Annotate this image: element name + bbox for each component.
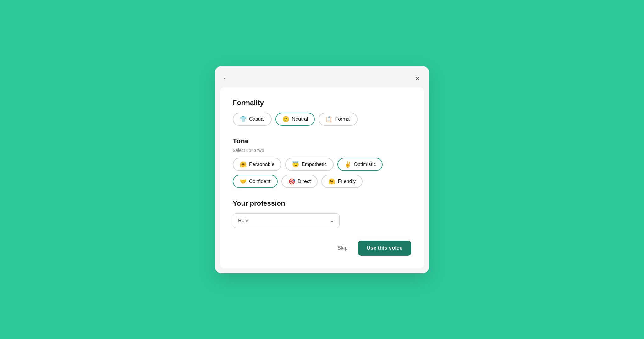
casual-label: Casual [249,116,265,122]
neutral-label: Neutral [292,116,308,122]
formality-casual[interactable]: 👕 Casual [233,113,272,126]
confident-label: Confident [249,179,271,184]
back-icon: ‹ [224,75,226,82]
formality-section: Formality 👕 Casual 🙂 Neutral 📋 Formal [233,99,411,126]
friendly-label: Friendly [338,179,356,184]
tone-optimistic[interactable]: ✌️ Optimistic [337,158,383,171]
formality-formal[interactable]: 📋 Formal [319,113,358,126]
tone-friendly[interactable]: 🤗 Friendly [321,175,363,188]
modal-container: ‹ ✕ Formality 👕 Casual 🙂 Neutral 📋 Forma [215,66,429,273]
empathetic-icon: 😇 [292,162,299,167]
empathetic-label: Empathetic [302,162,327,167]
profession-select-wrapper: Role Engineer Designer Manager Writer Ot… [233,213,340,228]
skip-button[interactable]: Skip [335,242,350,254]
close-button[interactable]: ✕ [412,74,423,84]
formality-options: 👕 Casual 🙂 Neutral 📋 Formal [233,113,411,126]
direct-label: Direct [298,179,311,184]
close-icon: ✕ [415,75,420,82]
tone-subtitle: Select up to two [233,148,411,153]
confident-icon: 🤝 [240,179,247,184]
modal-header: ‹ ✕ [220,71,424,87]
formality-title: Formality [233,99,411,107]
modal-body: Formality 👕 Casual 🙂 Neutral 📋 Formal To… [220,87,424,268]
formality-neutral[interactable]: 🙂 Neutral [275,113,315,126]
profession-select[interactable]: Role Engineer Designer Manager Writer Ot… [233,213,340,228]
tone-personable[interactable]: 🤗 Personable [233,158,281,171]
profession-section: Your profession Role Engineer Designer M… [233,199,411,228]
back-button[interactable]: ‹ [221,74,228,83]
use-voice-button[interactable]: Use this voice [358,241,411,256]
direct-icon: 🎯 [288,179,295,184]
formal-label: Formal [335,116,351,122]
tone-options: 🤗 Personable 😇 Empathetic ✌️ Optimistic … [233,158,411,188]
tone-section: Tone Select up to two 🤗 Personable 😇 Emp… [233,137,411,188]
formal-icon: 📋 [325,116,332,122]
profession-title: Your profession [233,199,411,208]
personable-icon: 🤗 [240,162,247,167]
tone-confident[interactable]: 🤝 Confident [233,175,278,188]
optimistic-icon: ✌️ [344,162,351,167]
friendly-icon: 🤗 [328,179,335,184]
footer-actions: Skip Use this voice [233,239,411,256]
optimistic-label: Optimistic [354,162,376,167]
neutral-icon: 🙂 [282,116,289,122]
tone-empathetic[interactable]: 😇 Empathetic [285,158,334,171]
casual-icon: 👕 [240,116,247,122]
tone-direct[interactable]: 🎯 Direct [281,175,318,188]
tone-title: Tone [233,137,411,145]
personable-label: Personable [249,162,275,167]
